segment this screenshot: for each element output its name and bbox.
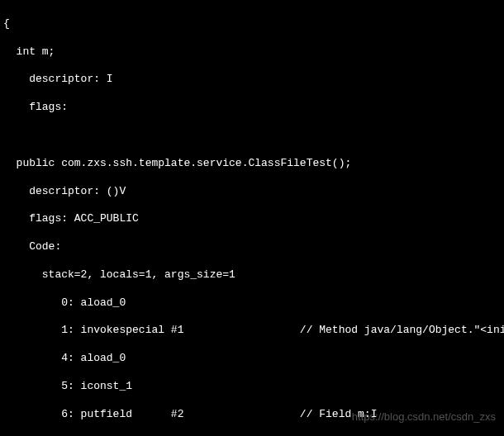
code-line: stack=2, locals=1, args_size=1 [3, 268, 504, 282]
code-line: descriptor: ()V [3, 185, 504, 199]
terminal-output: { int m; descriptor: I flags: public com… [3, 3, 504, 436]
code-line: 5: iconst_1 [3, 380, 504, 394]
code-line: flags: [3, 101, 504, 115]
code-line: 1: invokespecial #1 // Method java/lang/… [3, 324, 504, 338]
code-line: descriptor: I [3, 73, 504, 87]
code-line: flags: ACC_PUBLIC [3, 212, 504, 226]
code-line: public com.zxs.ssh.template.service.Clas… [3, 157, 504, 171]
code-line: 4: aload_0 [3, 352, 504, 366]
code-line: int m; [3, 45, 504, 59]
code-line [3, 129, 504, 143]
code-line: { [3, 17, 504, 31]
code-line: Code: [3, 240, 504, 254]
watermark-text: https://blog.csdn.net/csdn_zxs [352, 410, 496, 424]
code-line: 0: aload_0 [3, 296, 504, 310]
